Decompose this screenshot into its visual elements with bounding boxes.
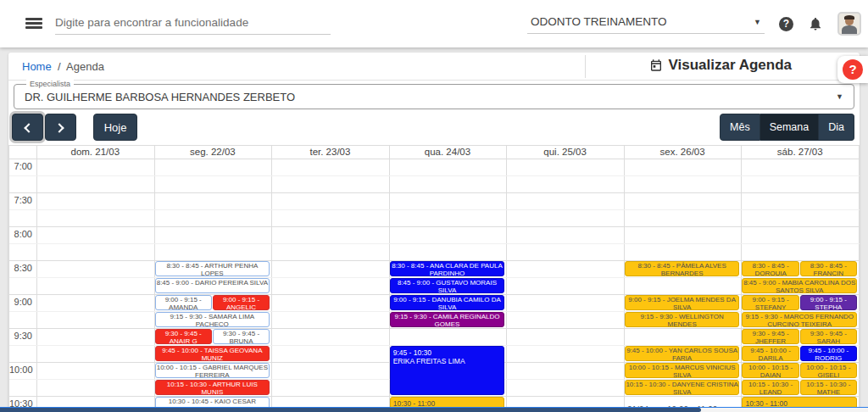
chevron-right-icon xyxy=(54,123,64,132)
time-label: 9:30 xyxy=(9,331,32,341)
prev-button[interactable] xyxy=(12,114,43,141)
calendar-event[interactable]: 8:30 - 8:45 - FRANCINDA SILVA xyxy=(800,261,857,276)
grid-line xyxy=(9,209,860,210)
grid-line xyxy=(506,146,507,412)
grid-line xyxy=(9,159,860,159)
time-label: 7:00 xyxy=(9,161,32,171)
time-label: 8:00 xyxy=(9,229,32,239)
next-button[interactable] xyxy=(45,114,76,141)
day-header: ter. 23/03 xyxy=(271,146,389,159)
page-title: Visualizar Agenda xyxy=(649,57,793,74)
calendar-event[interactable]: 9:45 - 10:00 - DARILAALMEID xyxy=(742,346,798,361)
appbar-right: ODONTO TREINAMENTO ▼ ? xyxy=(527,0,861,47)
user-avatar[interactable] xyxy=(837,12,861,36)
search-input[interactable] xyxy=(55,13,331,34)
calendar-event[interactable]: 8:45 - 9:00 - GUSTAVO MORAIS SILVA xyxy=(390,278,505,293)
calendar-event[interactable]: 10:15 - 10:30 - MATHEMARIA xyxy=(800,380,857,395)
breadcrumb-current: Agenda xyxy=(66,60,104,73)
calendar-event[interactable]: 10:00 - 10:15 - GABRIEL MARQUESFERREIRA xyxy=(155,363,270,378)
view-switcher: MêsSemanaDia xyxy=(720,114,854,141)
calendar-event[interactable]: 9:00 - 9:15 - STEFANYVIEIRA xyxy=(742,295,798,310)
grid-line xyxy=(271,146,272,412)
calendar-event[interactable]: 10:15 - 10:30 - DANYENE CRISTINA SILVA xyxy=(625,380,740,395)
time-label: 10:00 xyxy=(9,365,32,375)
day-header: seg. 22/03 xyxy=(154,146,272,159)
calendar-event[interactable]: 8:30 - 8:45 - ARTHUR PENHA LOPES xyxy=(155,261,270,276)
agenda-card: Home / Agenda Visualizar Agenda Especial… xyxy=(8,53,860,412)
view-button-week[interactable]: Semana xyxy=(760,114,820,141)
calendar-event[interactable]: 9:45 - 10:00 - YAN CARLOS SOUSA FARIA xyxy=(625,346,740,361)
calendar-event[interactable]: 10:00 - 10:15 - GISELIMARIA xyxy=(800,363,857,378)
grid-line xyxy=(859,146,860,412)
app-bar: ODONTO TREINAMENTO ▼ ? xyxy=(0,0,868,47)
calendar-event[interactable]: 10:15 - 10:30 - ARTHUR LUIS MUNISPEREIRA xyxy=(155,380,270,395)
calendar-event[interactable]: 9:15 - 9:30 - WELLINGTON MENDESPEREIRA xyxy=(625,312,740,327)
specialist-label: Especialista xyxy=(26,80,74,88)
calendar-event[interactable]: 8:30 - 8:45 - DORQUIACARVALH xyxy=(742,261,798,276)
grid-line xyxy=(9,175,860,176)
calendar-event[interactable]: 10:00 - 10:15 - MARCUS VINICIUS SILVA xyxy=(625,363,740,378)
time-label: 7:30 xyxy=(9,195,32,205)
breadcrumb: Home / Agenda xyxy=(22,60,104,73)
calendar-event[interactable]: 9:30 - 9:45 - BRUNACRISTIN xyxy=(213,329,270,344)
calendar-event[interactable]: 10:00 - 10:15 - DAIANALMEI xyxy=(742,363,798,378)
calendar-event[interactable]: 9:00 - 9:15 - ANGELICTEIXEIRA xyxy=(213,295,270,310)
breadcrumb-separator: / xyxy=(58,60,61,73)
calendar-toolbar: Hoje MêsSemanaDia xyxy=(8,114,860,141)
calendar-event[interactable]: 8:30 - 8:45 - PÂMELA ALVES BERNARDES xyxy=(625,261,740,276)
specialist-select[interactable]: Especialista DR. GUILHERME BARBOSA HERNA… xyxy=(14,84,854,109)
day-header: dom. 21/03 xyxy=(36,146,154,159)
calendar-event[interactable]: 9:15 - 9:30 - CAMILA REGINALDO GOMES xyxy=(390,312,505,327)
dropdown-caret-icon: ▼ xyxy=(836,92,843,101)
calendar-grid: dom. 21/03seg. 22/03ter. 23/03qua. 24/03… xyxy=(8,145,860,412)
menu-icon[interactable] xyxy=(25,18,42,30)
red-help-icon: ? xyxy=(843,59,863,80)
time-label: 9:00 xyxy=(9,297,32,307)
dropdown-caret-icon: ▼ xyxy=(754,18,761,26)
grid-line xyxy=(9,192,860,193)
day-header: sex. 26/03 xyxy=(624,146,742,159)
calendar-event[interactable]: 8:30 - 8:45 - ANA CLARA DE PAULAPARDINHO xyxy=(390,261,505,276)
calendar-event[interactable]: 9:15 - 9:30 - SAMARA LIMA PACHECO xyxy=(155,312,270,327)
divider xyxy=(585,55,586,78)
horizontal-scrollbar xyxy=(0,407,868,412)
calendar-event[interactable]: 9:30 - 9:45 - JHEFFERCARVALH xyxy=(742,329,798,344)
calendar-event[interactable]: 10:15 - 10:30 - LEANDSOUZA xyxy=(742,380,798,395)
notifications-bell-icon[interactable] xyxy=(808,16,823,31)
breadcrumb-row: Home / Agenda Visualizar Agenda xyxy=(8,53,860,81)
grid-line xyxy=(9,328,860,329)
function-search xyxy=(55,13,331,35)
help-icon[interactable]: ? xyxy=(779,17,793,31)
help-tab[interactable]: ? xyxy=(837,56,868,83)
calendar-event[interactable]: 9:00 - 9:15 - AMANDACASTRO xyxy=(155,295,212,310)
calendar-event[interactable]: 9:00 - 9:15 - STEPHAMARTINS xyxy=(800,295,857,310)
calendar-event[interactable]: 8:45 - 9:00 - DARIO PEREIRA SILVA xyxy=(155,278,270,293)
calendar-event[interactable]: 9:45 - 10:30ERIKA FREITAS LIMA xyxy=(390,346,505,395)
company-select[interactable]: ODONTO TREINAMENTO ▼ xyxy=(527,14,765,34)
today-button[interactable]: Hoje xyxy=(93,114,137,141)
calendar-event[interactable]: 9:30 - 9:45 - SARAHRODRIGU xyxy=(800,329,857,344)
day-header: qua. 24/03 xyxy=(389,146,507,159)
day-header: qui. 25/03 xyxy=(506,146,624,159)
calendar-event[interactable]: 9:00 - 9:15 - DANUBIA CAMILO DA SILVA xyxy=(390,295,505,310)
time-label: 8:30 xyxy=(9,263,32,273)
breadcrumb-home-link[interactable]: Home xyxy=(22,60,52,73)
specialist-value: DR. GUILHERME BARBOSA HERNANDES ZERBETO xyxy=(25,91,295,103)
day-header: sáb. 27/03 xyxy=(741,146,859,159)
calendar-event[interactable]: 9:45 - 10:00 - TAISSA GEOVANA MUNIZPERER… xyxy=(155,346,270,361)
calendar-event[interactable]: 9:15 - 9:30 - MARCOS FERNANDOCURCINO TEI… xyxy=(742,312,857,327)
view-button-month[interactable]: Mês xyxy=(720,114,760,141)
calendar-event[interactable]: 9:00 - 9:15 - JOELMA MENDES DA SILVA xyxy=(625,295,740,310)
chevron-left-icon xyxy=(24,123,33,132)
company-select-value: ODONTO TREINAMENTO xyxy=(531,15,667,28)
scrollbar-thumb[interactable] xyxy=(0,408,701,412)
grid-line xyxy=(36,146,37,412)
page-title-text: Visualizar Agenda xyxy=(669,57,793,74)
grid-line xyxy=(9,243,860,244)
calendar-event[interactable]: 9:45 - 10:00 - RODRIGGONÇA xyxy=(800,346,857,361)
calendar-event[interactable]: 9:30 - 9:45 - ANAIR GARAUJO xyxy=(155,329,212,344)
calendar-event[interactable]: 8:45 - 9:00 - MABIA CAROLINA DOSSANTOS S… xyxy=(742,278,857,293)
grid-line xyxy=(9,226,860,227)
calendar-icon xyxy=(649,58,663,72)
view-button-day[interactable]: Dia xyxy=(819,114,854,141)
